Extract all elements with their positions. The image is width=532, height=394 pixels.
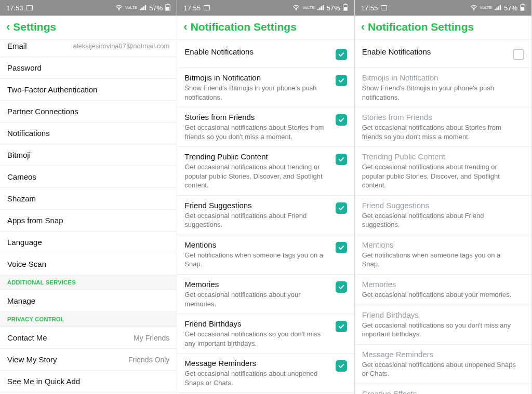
panel-notifications-disabled: 17:55 VoLTE 57% ‹ Notification Settings … bbox=[355, 0, 532, 394]
settings-row-bitmoji[interactable]: Bitmoji bbox=[0, 144, 177, 166]
section-additional-services: ADDITIONAL SERVICES bbox=[0, 275, 177, 290]
settings-row-manage[interactable]: Manage bbox=[0, 290, 177, 312]
svg-rect-19 bbox=[498, 6, 499, 10]
svg-rect-2 bbox=[142, 7, 143, 10]
settings-row-two-factor[interactable]: Two-Factor Authentication bbox=[0, 79, 177, 101]
panel-notifications-enabled: 17:55 VoLTE 57% ‹ Notification Settings … bbox=[177, 0, 354, 394]
status-bar: 17:55 VoLTE 57% bbox=[177, 0, 354, 16]
checkbox-stories[interactable] bbox=[336, 114, 347, 126]
checkbox-bitmojis[interactable] bbox=[336, 75, 347, 86]
svg-rect-20 bbox=[500, 5, 501, 10]
svg-rect-7 bbox=[166, 7, 169, 10]
settings-row-view-my-story[interactable]: View My Story Friends Only bbox=[0, 349, 177, 371]
settings-row-apps-from-snap[interactable]: Apps from Snap bbox=[0, 210, 177, 232]
wifi-icon bbox=[292, 5, 300, 11]
volte-icon: VoLTE bbox=[302, 6, 314, 10]
settings-row-email[interactable]: Email aleksijesirovina07@notmail.com bbox=[0, 40, 177, 57]
notif-row-birthdays: Friend BirthdaysGet occasional notificat… bbox=[355, 305, 531, 345]
notif-row-memories[interactable]: MemoriesGet occasional notifications abo… bbox=[177, 275, 354, 314]
signal-icon bbox=[140, 5, 147, 11]
page-title: Notification Settings bbox=[368, 21, 474, 33]
checkbox-enable[interactable] bbox=[336, 49, 347, 60]
battery-icon bbox=[343, 4, 348, 12]
checkbox-mentions[interactable] bbox=[336, 242, 347, 253]
header: ‹ Notification Settings bbox=[355, 16, 531, 40]
settings-row-cameos[interactable]: Cameos bbox=[0, 166, 177, 188]
checkbox-trending[interactable] bbox=[336, 154, 347, 165]
notif-row-mentions[interactable]: MentionsGet notifications when someone t… bbox=[177, 235, 354, 275]
svg-rect-11 bbox=[321, 6, 322, 10]
screenshot-icon bbox=[204, 5, 210, 10]
wifi-icon bbox=[115, 5, 123, 11]
checkbox-memories[interactable] bbox=[336, 281, 347, 293]
settings-row-partner-connections[interactable]: Partner Connections bbox=[0, 101, 177, 123]
header: ‹ Settings bbox=[0, 16, 177, 40]
notif-row-friend-suggestions[interactable]: Friend SuggestionsGet occasional notific… bbox=[177, 196, 354, 235]
status-battery: 57% bbox=[504, 4, 517, 12]
svg-rect-1 bbox=[140, 8, 141, 9]
section-privacy-control: PRIVACY CONTROL bbox=[0, 312, 177, 327]
svg-point-16 bbox=[473, 9, 474, 10]
notif-row-birthdays[interactable]: Friend BirthdaysGet occasional notificat… bbox=[177, 314, 354, 354]
row-value: aleksijesirovina07@notmail.com bbox=[73, 42, 169, 50]
volte-icon: VoLTE bbox=[125, 6, 137, 10]
svg-rect-15 bbox=[344, 7, 347, 10]
status-battery: 57% bbox=[327, 4, 340, 12]
notif-row-creative-effects: Creative EffectsGet notifications about … bbox=[355, 384, 531, 394]
page-title: Settings bbox=[13, 21, 56, 33]
svg-rect-9 bbox=[317, 8, 318, 9]
notif-row-stories: Stories from FriendsGet occasional notif… bbox=[355, 107, 531, 147]
svg-rect-23 bbox=[521, 7, 524, 10]
wifi-icon bbox=[470, 5, 477, 11]
page-title: Notification Settings bbox=[191, 21, 297, 33]
volte-icon: VoLTE bbox=[480, 6, 492, 10]
settings-row-contact-me[interactable]: Contact Me My Friends bbox=[0, 327, 177, 349]
notif-row-stories[interactable]: Stories from FriendsGet occasional notif… bbox=[177, 107, 354, 147]
header: ‹ Notification Settings bbox=[177, 16, 354, 40]
settings-row-password[interactable]: Password bbox=[0, 57, 177, 79]
battery-icon bbox=[520, 4, 525, 12]
notif-row-trending[interactable]: Trending Public ContentGet occasional no… bbox=[177, 147, 354, 196]
settings-row-voice-scan[interactable]: Voice Scan bbox=[0, 253, 177, 275]
svg-rect-3 bbox=[143, 6, 144, 10]
settings-row-shazam[interactable]: Shazam bbox=[0, 188, 177, 210]
status-battery: 57% bbox=[149, 4, 163, 12]
back-icon[interactable]: ‹ bbox=[183, 21, 187, 33]
svg-point-0 bbox=[118, 9, 119, 10]
back-icon[interactable]: ‹ bbox=[6, 21, 10, 33]
status-time: 17:55 bbox=[361, 4, 378, 12]
notif-row-mentions: MentionsGet notifications when someone t… bbox=[355, 235, 531, 275]
svg-point-8 bbox=[296, 9, 297, 10]
settings-row-language[interactable]: Language bbox=[0, 232, 177, 253]
status-bar: 17:53 VoLTE 57% bbox=[0, 0, 177, 16]
svg-rect-10 bbox=[319, 7, 320, 10]
status-time: 17:55 bbox=[183, 4, 201, 12]
back-icon[interactable]: ‹ bbox=[361, 21, 365, 33]
svg-rect-17 bbox=[495, 8, 496, 9]
checkbox-friend-suggestions[interactable] bbox=[336, 202, 347, 214]
notif-row-enable[interactable]: Enable Notifications bbox=[177, 40, 354, 68]
notif-row-bitmojis: Bitmojis in NotificationShow Friend's Bi… bbox=[355, 68, 531, 107]
status-bar: 17:55 VoLTE 57% bbox=[355, 0, 531, 16]
settings-row-notifications[interactable]: Notifications bbox=[0, 123, 177, 144]
checkbox-birthdays[interactable] bbox=[336, 321, 347, 332]
notif-row-message-reminders: Message RemindersGet occasional notifica… bbox=[355, 345, 531, 384]
checkbox-message-reminders[interactable] bbox=[336, 360, 347, 372]
screenshot-icon bbox=[26, 5, 33, 10]
screenshot-icon bbox=[381, 5, 387, 10]
signal-icon bbox=[317, 5, 324, 11]
panel-settings: 17:53 VoLTE 57% ‹ Settings Email aleksij… bbox=[0, 0, 177, 394]
notif-row-enable[interactable]: Enable Notifications bbox=[355, 40, 531, 68]
notif-row-message-reminders[interactable]: Message RemindersGet occasional notifica… bbox=[177, 354, 354, 393]
svg-rect-4 bbox=[145, 5, 146, 10]
signal-icon bbox=[495, 5, 501, 11]
checkbox-enable[interactable] bbox=[513, 49, 524, 60]
svg-rect-18 bbox=[496, 7, 497, 10]
battery-icon bbox=[165, 4, 170, 12]
settings-row-quick-add[interactable]: See Me in Quick Add bbox=[0, 371, 177, 392]
notif-row-trending: Trending Public ContentGet occasional no… bbox=[355, 147, 531, 196]
notif-row-bitmojis[interactable]: Bitmojis in NotificationShow Friend's Bi… bbox=[177, 68, 354, 107]
notif-row-friend-suggestions: Friend SuggestionsGet occasional notific… bbox=[355, 196, 531, 235]
row-label: Email bbox=[7, 42, 73, 50]
notif-row-memories: MemoriesGet occasional notifications abo… bbox=[355, 275, 531, 305]
